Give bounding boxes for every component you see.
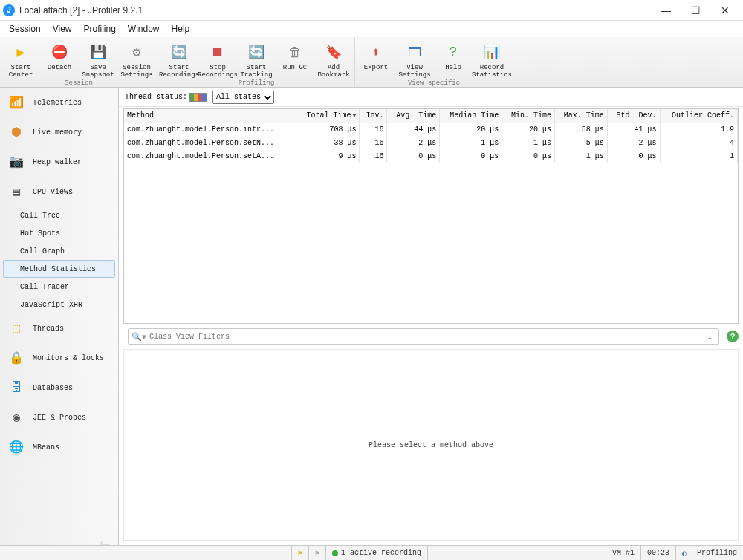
minimize-button[interactable]: — [651,0,681,21]
sidebar-item-telemetries[interactable]: 📶Telemetries [0,88,118,117]
thread-status-select[interactable]: All states [212,91,274,104]
menu-view[interactable]: View [47,22,78,36]
filter-label: Thread status: [125,93,187,101]
col-min-time[interactable]: Min. Time [502,109,555,123]
toolbar: ▶StartCenter⛔Detach💾SaveSnapshot⚙Session… [0,37,743,88]
view-settings-button[interactable]: 🗔ViewSettings [395,39,434,79]
cell: 2 μs [607,136,660,149]
class-view-filter[interactable]: 🔍▾ ⌄ [128,328,719,345]
start-center-button[interactable]: ▶StartCenter [1,39,40,79]
sidebar-subitem-javascript-xhr[interactable]: JavaScript XHR [3,296,115,313]
table-row[interactable]: com.zhuanght.model.Person.setN...38 μs16… [124,136,738,149]
sidebar-item-databases[interactable]: 🗄Databases [0,373,118,403]
start-tracking-button[interactable]: 🔄StartTracking [237,39,276,79]
sidebar-item-label: Live memory [33,128,82,137]
cell: 708 μs [296,123,360,136]
col-std-dev-[interactable]: Std. Dev. [607,109,660,123]
cell: 20 μs [440,123,502,136]
sidebar-item-live-memory[interactable]: ⬢Live memory [0,117,118,147]
maximize-button[interactable]: ☐ [681,0,710,21]
cell: com.zhuanght.model.Person.intr... [124,123,296,136]
sidebar-subitem-call-tree[interactable]: Call Tree [3,206,115,224]
menu-help[interactable]: Help [166,22,196,36]
cell: 1 [660,149,737,163]
cell: 0 μs [387,149,440,163]
sidebar-item-label: Databases [33,384,73,392]
record-statistics-label: RecordStatistics [472,64,512,79]
sidebar-item-label: Telemetries [33,99,82,107]
menu-profiling[interactable]: Profiling [78,22,122,36]
sidebar-item-heap-walker[interactable]: 📷Heap walker [0,147,118,177]
start-tracking-icon: 🔄 [246,42,267,62]
col-total-time[interactable]: Total Time [296,109,360,123]
chevron-down-icon[interactable]: ⌄ [704,333,716,341]
help-label: Help [445,64,461,71]
detach-label: Detach [48,64,71,71]
cell: 2 μs [387,136,440,149]
table-row[interactable]: com.zhuanght.model.Person.intr...708 μs1… [124,123,738,136]
save-snapshot-icon: 💾 [88,42,108,62]
threads-icon: ⬚ [7,319,25,337]
cell: 1 μs [555,149,608,163]
sidebar-item-threads[interactable]: ⬚Threads [0,313,118,343]
jee-probes-icon: ◉ [7,408,25,426]
sidebar-subitem-call-tracer[interactable]: Call Tracer [3,278,115,296]
cell: 0 μs [440,149,502,163]
sidebar-subitem-hot-spots[interactable]: Hot Spots [3,224,115,242]
stop-recordings-label: StopRecordings [198,64,238,79]
sidebar: 📶Telemetries⬢Live memory📷Heap walker▤CPU… [0,88,119,545]
save-snapshot-button[interactable]: 💾SaveSnapshot [79,39,117,79]
detach-button[interactable]: ⛔Detach [40,39,79,79]
menu-session[interactable]: Session [3,22,47,36]
col-method[interactable]: Method [124,109,296,123]
databases-icon: 🗄 [7,379,25,397]
record-statistics-button[interactable]: 📊RecordStatistics [473,39,511,79]
titlebar: J Local attach [2] - JProfiler 9.2.1 — ☐… [0,0,743,21]
help-icon[interactable]: ? [727,331,739,342]
session-settings-button[interactable]: ⚙SessionSettings [117,39,156,79]
sidebar-item-cpu-views[interactable]: ▤CPU views [0,177,118,206]
table-row[interactable]: com.zhuanght.model.Person.setA...9 μs160… [124,149,738,163]
cell: 9 μs [296,149,360,163]
sidebar-item-label: Monitors & locks [33,354,104,362]
export-button[interactable]: ⬆Export [357,39,395,79]
col-max-time[interactable]: Max. Time [555,109,608,123]
status-flag-yellow[interactable]: ⚑ [291,546,308,560]
detail-placeholder: Please select a method above [123,349,739,541]
cell: 16 [360,136,387,149]
sidebar-item-monitors-locks[interactable]: 🔒Monitors & locks [0,343,118,373]
col-median-time[interactable]: Median Time [440,109,502,123]
class-view-filter-input[interactable] [149,333,704,341]
thread-status-filter: Thread status: All states [119,88,743,107]
session-settings-label: SessionSettings [120,64,152,79]
sidebar-subitem-method-statistics[interactable]: Method Statistics [3,260,115,278]
window-title: Local attach [2] - JProfiler 9.2.1 [19,5,143,16]
cell: com.zhuanght.model.Person.setN... [124,136,296,149]
col-inv-[interactable]: Inv. [360,109,387,123]
help-button[interactable]: ?Help [434,39,473,79]
status-flag-grey[interactable]: ⚑ [308,546,325,560]
session-settings-icon: ⚙ [126,42,147,62]
sidebar-item-jee-probes[interactable]: ◉JEE & Probes [0,403,118,432]
save-snapshot-label: SaveSnapshot [82,64,114,79]
stop-recordings-button[interactable]: ⏹StopRecordings [198,39,237,79]
status-recording[interactable]: 1 active recording [325,546,427,560]
view-settings-icon: 🗔 [404,42,425,62]
sidebar-item-mbeans[interactable]: 🌐MBeans [0,432,118,462]
run-gc-button[interactable]: 🗑Run GC [276,39,314,79]
method-statistics-table: MethodTotal TimeInv.Avg. TimeMedian Time… [124,109,738,163]
close-button[interactable]: ✕ [710,0,740,21]
col-avg-time[interactable]: Avg. Time [387,109,440,123]
method-statistics-table-wrap[interactable]: MethodTotal TimeInv.Avg. TimeMedian Time… [123,108,739,324]
sidebar-item-label: MBeans [33,443,59,452]
start-recordings-button[interactable]: 🔄StartRecordings [160,39,198,79]
cpu-views-icon: ▤ [7,183,25,201]
sidebar-subitem-call-graph[interactable]: Call Graph [3,242,115,260]
menu-window[interactable]: Window [122,22,166,36]
col-outlier-coeff-[interactable]: Outlier Coeff. [660,109,737,123]
cell: 38 μs [296,136,360,149]
cell: 4 [660,136,737,149]
add-bookmark-button[interactable]: 🔖AddBookmark [314,39,353,79]
export-label: Export [364,64,388,71]
add-bookmark-icon: 🔖 [323,42,344,62]
